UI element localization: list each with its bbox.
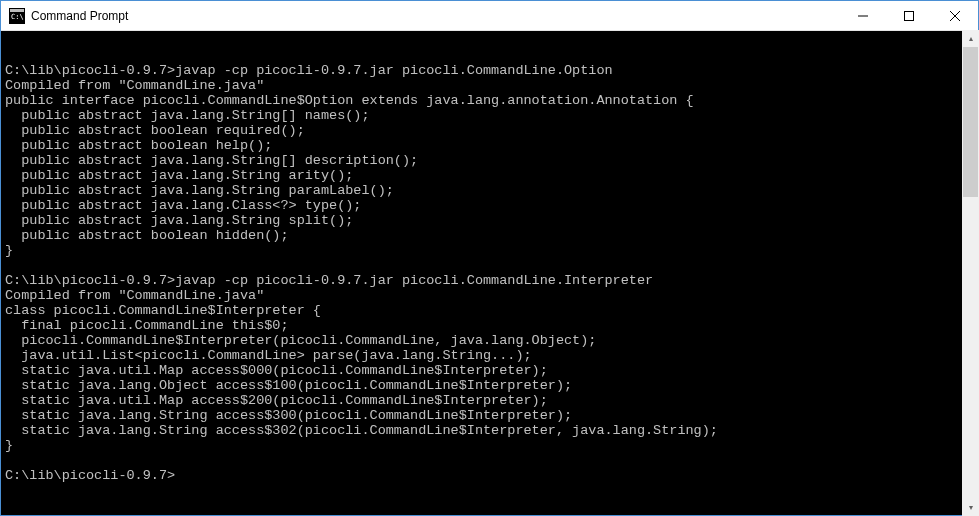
terminal-line: static java.util.Map access$000(picocli.… [5, 363, 974, 378]
close-button[interactable] [932, 1, 978, 30]
maximize-button[interactable] [886, 1, 932, 30]
terminal-line: public abstract java.lang.String[] names… [5, 108, 974, 123]
window-title: Command Prompt [31, 9, 840, 23]
terminal-line: public abstract java.lang.String[] descr… [5, 153, 974, 168]
terminal-line: static java.lang.String access$300(picoc… [5, 408, 974, 423]
app-icon: C:\ [9, 8, 25, 24]
terminal-output[interactable]: C:\lib\picocli-0.9.7>javap -cp picocli-0… [1, 31, 978, 515]
svg-text:C:\: C:\ [11, 13, 24, 21]
terminal-line [5, 258, 974, 273]
vertical-scrollbar[interactable]: ▴ ▾ [962, 30, 979, 516]
window-controls [840, 1, 978, 30]
terminal-line: static java.lang.Object access$100(picoc… [5, 378, 974, 393]
terminal-line: Compiled from "CommandLine.java" [5, 288, 974, 303]
terminal-line: } [5, 438, 974, 453]
terminal-line: C:\lib\picocli-0.9.7>javap -cp picocli-0… [5, 273, 974, 288]
terminal-line: Compiled from "CommandLine.java" [5, 78, 974, 93]
terminal-line: static java.util.Map access$200(picocli.… [5, 393, 974, 408]
scrollbar-thumb[interactable] [963, 47, 978, 197]
terminal-line [5, 48, 974, 63]
terminal-line: public interface picocli.CommandLine$Opt… [5, 93, 974, 108]
svg-rect-4 [905, 11, 914, 20]
terminal-line: C:\lib\picocli-0.9.7>javap -cp picocli-0… [5, 63, 974, 78]
terminal-line: picocli.CommandLine$Interpreter(picocli.… [5, 333, 974, 348]
titlebar: C:\ Command Prompt [1, 1, 978, 31]
minimize-button[interactable] [840, 1, 886, 30]
terminal-line: java.util.List<picocli.CommandLine> pars… [5, 348, 974, 363]
terminal-line: public abstract java.lang.String arity()… [5, 168, 974, 183]
terminal-line: public abstract java.lang.String paramLa… [5, 183, 974, 198]
terminal-line: public abstract java.lang.Class<?> type(… [5, 198, 974, 213]
terminal-line: public abstract boolean required(); [5, 123, 974, 138]
terminal-line: static java.lang.String access$302(picoc… [5, 423, 974, 438]
terminal-line: final picocli.CommandLine this$0; [5, 318, 974, 333]
terminal-line: class picocli.CommandLine$Interpreter { [5, 303, 974, 318]
terminal-line: public abstract boolean help(); [5, 138, 974, 153]
svg-rect-1 [10, 9, 24, 12]
terminal-line: C:\lib\picocli-0.9.7> [5, 468, 974, 483]
terminal-line [5, 453, 974, 468]
terminal-line: public abstract java.lang.String split()… [5, 213, 974, 228]
scrollbar-up-arrow[interactable]: ▴ [962, 30, 979, 47]
terminal-line: } [5, 243, 974, 258]
terminal-line: public abstract boolean hidden(); [5, 228, 974, 243]
scrollbar-down-arrow[interactable]: ▾ [962, 499, 979, 516]
